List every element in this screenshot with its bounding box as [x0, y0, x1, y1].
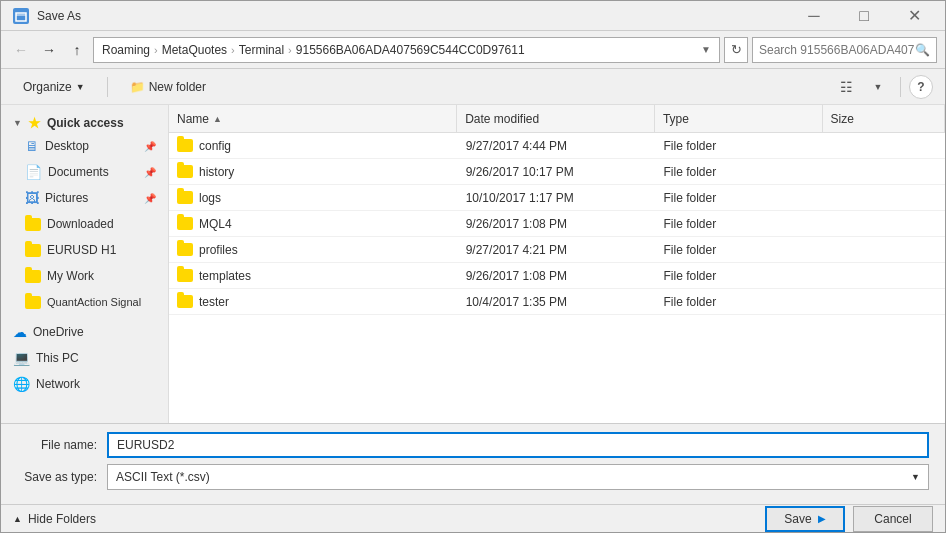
row-type: File folder [655, 295, 822, 309]
col-header-type[interactable]: Type [655, 105, 823, 132]
documents-icon: 📄 [25, 164, 42, 180]
file-list-header: Name ▲ Date modified Type Size [169, 105, 945, 133]
search-input[interactable] [759, 43, 915, 57]
row-type: File folder [655, 243, 822, 257]
pin-icon-pics: 📌 [144, 193, 156, 204]
desktop-icon: 🖥 [25, 138, 39, 154]
search-icon: 🔍 [915, 43, 930, 57]
new-folder-icon: 📁 [130, 80, 145, 94]
sidebar-section-quick-access[interactable]: ▼ ★ Quick access [1, 109, 168, 133]
breadcrumb-dropdown-icon: ▼ [701, 44, 711, 55]
help-button[interactable]: ? [909, 75, 933, 99]
table-row[interactable]: tester 10/4/2017 1:35 PM File folder [169, 289, 945, 315]
row-folder-icon [177, 139, 193, 152]
sidebar-item-pictures[interactable]: 🖼 Pictures 📌 [1, 185, 168, 211]
hide-folders-label: Hide Folders [28, 512, 96, 526]
row-type: File folder [655, 165, 822, 179]
breadcrumb-terminal: Terminal [239, 43, 284, 57]
savetype-row: Save as type: ASCII Text (*.csv) ▼ [17, 464, 929, 490]
col-header-size[interactable]: Size [823, 105, 945, 132]
organize-button[interactable]: Organize ▼ [13, 74, 95, 100]
sidebar-item-thispc[interactable]: 💻 This PC [1, 345, 168, 371]
sidebar-item-documents[interactable]: 📄 Documents 📌 [1, 159, 168, 185]
title-bar: Save As ─ □ ✕ [1, 1, 945, 31]
toolbar: Organize ▼ 📁 New folder ☷ ▼ ? [1, 69, 945, 105]
row-folder-icon [177, 243, 193, 256]
sidebar-item-quantaction[interactable]: QuantAction Signal [1, 289, 168, 315]
row-type: File folder [655, 217, 822, 231]
new-folder-label: New folder [149, 80, 206, 94]
toolbar-separator-2 [900, 77, 901, 97]
search-box[interactable]: 🔍 [752, 37, 937, 63]
pictures-icon: 🖼 [25, 190, 39, 206]
network-icon: 🌐 [13, 376, 30, 392]
view-button[interactable]: ☷ [832, 74, 860, 100]
save-button[interactable]: Save ▶ [765, 506, 845, 532]
organize-label: Organize [23, 80, 72, 94]
row-folder-icon [177, 217, 193, 230]
filename-label: File name: [17, 438, 107, 452]
title-text: Save As [37, 9, 81, 23]
sidebar-item-onedrive[interactable]: ☁ OneDrive [1, 319, 168, 345]
savetype-dropdown-icon: ▼ [911, 472, 920, 482]
sidebar-item-desktop[interactable]: 🖥 Desktop 📌 [1, 133, 168, 159]
row-date: 9/27/2017 4:44 PM [458, 139, 656, 153]
row-name: MQL4 [199, 217, 232, 231]
quick-access-label: Quick access [47, 116, 124, 130]
sidebar-thispc-label: This PC [36, 351, 79, 365]
row-folder-icon [177, 295, 193, 308]
view-dropdown-button[interactable]: ▼ [864, 74, 892, 100]
sidebar-item-network[interactable]: 🌐 Network [1, 371, 168, 397]
sidebar-item-mywork[interactable]: My Work [1, 263, 168, 289]
sidebar: ▼ ★ Quick access 🖥 Desktop 📌 📄 Documents… [1, 105, 169, 423]
sidebar-eurusd-label: EURUSD H1 [47, 243, 116, 257]
row-name: profiles [199, 243, 238, 257]
new-folder-button[interactable]: 📁 New folder [120, 74, 216, 100]
row-date: 10/4/2017 1:35 PM [458, 295, 656, 309]
row-date: 9/27/2017 4:21 PM [458, 243, 656, 257]
up-button[interactable]: ↑ [65, 38, 89, 62]
col-header-name[interactable]: Name ▲ [169, 105, 457, 132]
row-name: tester [199, 295, 229, 309]
savetype-select[interactable]: ASCII Text (*.csv) ▼ [107, 464, 929, 490]
close-button[interactable]: ✕ [891, 2, 937, 30]
row-date: 9/26/2017 10:17 PM [458, 165, 656, 179]
table-row[interactable]: config 9/27/2017 4:44 PM File folder [169, 133, 945, 159]
row-date: 10/10/2017 1:17 PM [458, 191, 656, 205]
breadcrumb[interactable]: Roaming › MetaQuotes › Terminal › 915566… [93, 37, 720, 63]
table-row[interactable]: logs 10/10/2017 1:17 PM File folder [169, 185, 945, 211]
forward-button[interactable]: → [37, 38, 61, 62]
row-folder-icon [177, 165, 193, 178]
hide-folders-button[interactable]: ▲ Hide Folders [13, 512, 96, 526]
mywork-folder-icon [25, 270, 41, 283]
table-row[interactable]: profiles 9/27/2017 4:21 PM File folder [169, 237, 945, 263]
table-row[interactable]: MQL4 9/26/2017 1:08 PM File folder [169, 211, 945, 237]
sidebar-downloaded-label: Downloaded [47, 217, 114, 231]
filename-input[interactable] [107, 432, 929, 458]
sidebar-item-eurusd[interactable]: EURUSD H1 [1, 237, 168, 263]
row-date: 9/26/2017 1:08 PM [458, 269, 656, 283]
refresh-button[interactable]: ↻ [724, 37, 748, 63]
col-header-date[interactable]: Date modified [457, 105, 655, 132]
breadcrumb-hash: 915566BA06ADA407569C544CC0D97611 [296, 43, 525, 57]
save-cursor-icon: ▶ [818, 513, 826, 524]
minimize-button[interactable]: ─ [791, 2, 837, 30]
row-name: logs [199, 191, 221, 205]
row-type: File folder [655, 139, 822, 153]
maximize-button[interactable]: □ [841, 2, 887, 30]
toolbar-right: ☷ ▼ ? [832, 74, 933, 100]
row-name: history [199, 165, 234, 179]
cancel-button[interactable]: Cancel [853, 506, 933, 532]
organize-chevron-icon: ▼ [76, 82, 85, 92]
sidebar-item-downloaded[interactable]: Downloaded [1, 211, 168, 237]
save-label: Save [784, 512, 811, 526]
table-row[interactable]: history 9/26/2017 10:17 PM File folder [169, 159, 945, 185]
savetype-value: ASCII Text (*.csv) [116, 470, 210, 484]
main-content: ▼ ★ Quick access 🖥 Desktop 📌 📄 Documents… [1, 105, 945, 423]
svg-rect-0 [16, 13, 26, 21]
cancel-label: Cancel [874, 512, 911, 526]
back-button[interactable]: ← [9, 38, 33, 62]
table-row[interactable]: templates 9/26/2017 1:08 PM File folder [169, 263, 945, 289]
sidebar-pictures-label: Pictures [45, 191, 88, 205]
quantaction-folder-icon [25, 296, 41, 309]
